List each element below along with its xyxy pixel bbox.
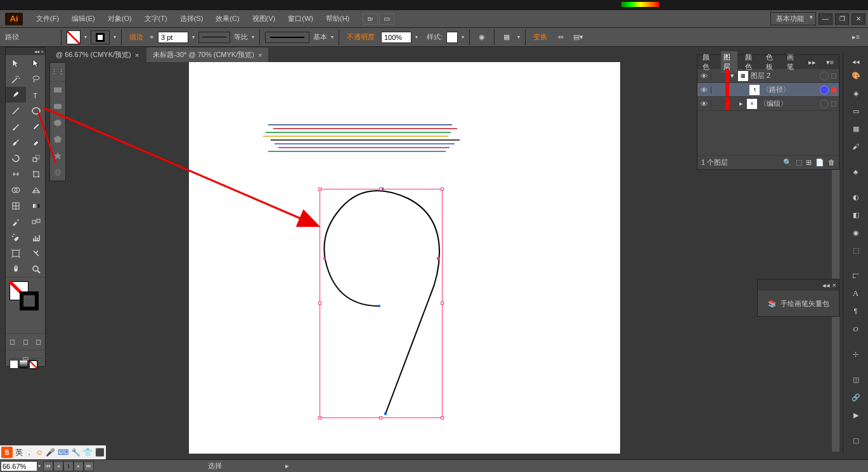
toolbox-close-icon[interactable]: × [41, 49, 44, 54]
zoom-field[interactable]: 66.67% [1, 462, 37, 471]
artboard-tool[interactable] [6, 245, 26, 261]
stroke-panel-icon[interactable]: ▭ [846, 103, 865, 119]
opacity-field[interactable]: 100% [381, 32, 411, 43]
panel-expand-icon[interactable]: ▸▸ [806, 57, 819, 68]
rectangle-shape[interactable] [50, 82, 65, 98]
transform-x-icon[interactable]: ⇔ [554, 30, 567, 44]
arrange-icon[interactable]: ▭ [379, 13, 394, 25]
polygon-shape[interactable] [50, 131, 65, 148]
menu-object[interactable]: 对象(O) [102, 11, 138, 26]
links-panel-icon[interactable]: 🔗 [846, 389, 865, 405]
graph-tool[interactable] [26, 229, 46, 245]
document-tab-2[interactable]: 未标题-30* @ 70% (CMYK/预览) × [146, 48, 268, 62]
panel-tab-swatches[interactable]: 色板 [763, 51, 779, 73]
eyedropper-tool[interactable] [6, 214, 26, 229]
direct-selection-tool[interactable] [26, 55, 46, 71]
graphic-styles-icon[interactable]: ⬚ [846, 242, 865, 258]
layer-row[interactable]: 👁 ९ 〈路径〉 [697, 83, 839, 97]
lasso-tool[interactable] [26, 71, 46, 87]
layer-row[interactable]: 👁 ▾ ▦ 图层 2 [697, 69, 839, 83]
locate-layer-icon[interactable]: 🔍 [783, 158, 792, 167]
stroke-indicator[interactable] [20, 291, 39, 310]
ime-lang[interactable]: 英 [15, 447, 23, 458]
slice-tool[interactable] [26, 245, 46, 261]
ellipse-tool[interactable] [26, 103, 46, 118]
dock-expand-icon[interactable]: ◂◂ [846, 57, 865, 66]
graphic-style-swatch[interactable] [446, 32, 458, 43]
artboards-panel-icon[interactable]: ▢ [846, 432, 865, 449]
menu-edit[interactable]: 编辑(E) [66, 11, 101, 26]
transparency-panel-icon[interactable]: ◐ [846, 189, 865, 205]
shape-builder-tool[interactable] [6, 182, 26, 198]
close-window-button[interactable]: ✕ [852, 13, 865, 25]
select-indicator[interactable] [831, 73, 836, 79]
layer-name[interactable]: 图层 2 [751, 71, 820, 80]
character-panel-icon[interactable]: A [846, 285, 865, 302]
first-artboard-icon[interactable]: ⏮ [43, 461, 53, 471]
lib-close-icon[interactable]: × [832, 281, 836, 289]
menu-file[interactable]: 文件(F) [30, 11, 65, 26]
magic-wand-tool[interactable] [6, 71, 26, 87]
ime-voice-icon[interactable]: 🎤 [46, 448, 55, 457]
blob-brush-tool[interactable] [6, 134, 26, 150]
panel-tab-brushes[interactable]: 画笔 [784, 51, 800, 73]
ime-punct-icon[interactable]: ， [25, 447, 33, 458]
flare-shape[interactable] [50, 164, 65, 181]
mesh-tool[interactable] [6, 198, 26, 214]
stroke-swatch[interactable] [91, 30, 110, 44]
actions-panel-icon[interactable]: ▶ [846, 407, 865, 423]
fill-stroke-control[interactable] [6, 277, 45, 321]
brush-preview[interactable] [265, 32, 309, 43]
menu-type[interactable]: 文字(T) [139, 11, 173, 26]
target-icon[interactable] [820, 99, 829, 108]
ime-logo[interactable]: S [1, 447, 13, 458]
menu-select[interactable]: 选择(S) [174, 11, 209, 26]
menu-view[interactable]: 视图(V) [247, 11, 282, 26]
profile-preview[interactable] [198, 32, 230, 43]
draw-inside-btn[interactable]: ◻ [32, 334, 45, 350]
close-tab-icon[interactable]: × [135, 51, 139, 59]
scale-tool[interactable] [26, 150, 46, 166]
visibility-toggle[interactable]: 👁 [697, 72, 711, 80]
draw-behind-btn[interactable]: ◻ [19, 334, 32, 350]
perspective-tool[interactable] [26, 182, 46, 198]
menu-help[interactable]: 帮助(H) [320, 11, 355, 26]
ime-toolbar[interactable]: S 英 ， ☺ 🎤 ⌨ 🔧 👕 ⬛ [0, 445, 106, 459]
gradient-panel-icon[interactable]: ◧ [846, 207, 865, 223]
new-sublayer-icon[interactable]: ⊞ [806, 158, 812, 167]
prev-artboard-icon[interactable]: ◂ [53, 461, 63, 471]
layer-name[interactable]: 〈编组〉 [760, 99, 820, 108]
line-tool[interactable] [6, 103, 26, 118]
star-shape[interactable] [50, 148, 65, 164]
ime-softkb-icon[interactable]: ⌨ [58, 448, 68, 457]
screen-mode-btn[interactable]: ▭ [6, 350, 45, 366]
select-indicator[interactable] [831, 87, 836, 92]
bridge-icon[interactable]: Br [363, 13, 378, 25]
hand-tool[interactable] [6, 261, 26, 277]
artboard-number[interactable]: 1 [63, 461, 74, 471]
draw-normal-btn[interactable]: ◻ [6, 334, 19, 350]
new-layer-icon[interactable]: 📄 [815, 158, 824, 167]
artboard[interactable] [189, 62, 620, 454]
visibility-toggle[interactable]: 👁 [697, 100, 711, 108]
stroke-weight-field[interactable]: 3 pt [158, 32, 188, 43]
library-title[interactable]: 手绘画笔矢量包 [781, 299, 829, 309]
symbol-sprayer-tool[interactable] [6, 229, 26, 245]
panel-menu-icon[interactable]: ▾≡ [824, 57, 836, 68]
lib-collapse-icon[interactable]: ◂◂ [822, 281, 830, 290]
transform-panel-icon[interactable]: ⊹ [846, 346, 865, 362]
free-transform-tool[interactable] [26, 166, 46, 182]
pathfinder-panel-icon[interactable]: ◫ [846, 371, 865, 388]
zoom-tool[interactable] [26, 261, 46, 277]
ime-settings-icon[interactable]: 🔧 [71, 448, 81, 457]
rounded-rect-shape[interactable] [50, 98, 65, 115]
flyout-header[interactable]: ⋮⋮ [50, 63, 65, 82]
symbols-panel-icon[interactable]: ♣ [846, 163, 865, 180]
target-icon[interactable] [820, 72, 829, 80]
menu-window[interactable]: 窗口(W) [282, 11, 319, 26]
maximize-button[interactable]: ❐ [835, 13, 849, 25]
ime-menu-icon[interactable]: ⬛ [95, 448, 105, 457]
target-icon[interactable] [820, 86, 829, 94]
last-artboard-icon[interactable]: ⏭ [84, 461, 94, 471]
align-icon[interactable]: ▦ [500, 30, 514, 44]
